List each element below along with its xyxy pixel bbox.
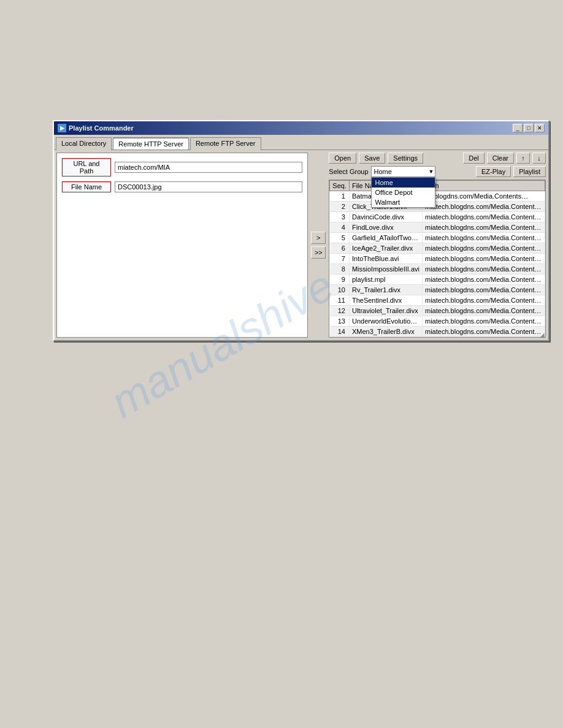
ez-play-button[interactable]: EZ-Play: [476, 166, 511, 177]
cell-filename: TheSentinel.divx: [349, 295, 422, 306]
playlist-button[interactable]: Playlist: [513, 166, 546, 177]
cell-filename: UnderworldEvolutio…: [349, 316, 422, 327]
table-row[interactable]: 5 Garfield_ATailofTwo… miatech.blogdns.c…: [330, 233, 545, 243]
del-button[interactable]: Del: [463, 153, 484, 164]
table-body: 1 Batman.divx ch.blogdns.com/Media.Conte…: [330, 191, 545, 337]
select-group-row: Select Group Home ▼ Home Office Depot Wa…: [329, 166, 546, 177]
cell-seq: 14: [330, 327, 350, 337]
open-button[interactable]: Open: [329, 153, 356, 164]
cell-seq: 4: [330, 222, 350, 233]
playlist-table: Seq. File Name Path 1 Batman.divx ch.blo…: [329, 180, 545, 337]
add-single-button[interactable]: >: [311, 232, 326, 244]
playlist-table-wrapper: Seq. File Name Path 1 Batman.divx ch.blo…: [329, 180, 546, 338]
table-row[interactable]: 14 XMen3_TrailerB.divx miatech.blogdns.c…: [330, 327, 545, 337]
cell-filename: playlist.mpl: [349, 275, 422, 285]
col-path: Path: [423, 181, 545, 191]
right-panel: Open Save Settings Del Clear ↑ ↓ Select …: [329, 153, 546, 338]
tab-local-directory[interactable]: Local Directory: [56, 137, 112, 150]
cell-filename: FindLove.divx: [349, 222, 422, 233]
main-window: ▶ Playlist Commander _ □ ✕ Local Directo…: [53, 120, 550, 341]
cell-path: miatech.blogdns.com/Media.Contents…: [423, 202, 545, 212]
cell-path: miatech.blogdns.com/Media.Contents…: [423, 295, 545, 306]
dropdown-item-home[interactable]: Home: [372, 178, 435, 188]
cell-filename: IntoTheBlue.avi: [349, 254, 422, 264]
cell-path: miatech.blogdns.com/Media.Contents…: [423, 285, 545, 295]
cell-filename: MissioImpossibleIII.avi: [349, 264, 422, 275]
cell-seq: 11: [330, 295, 350, 306]
dropdown-item-office-depot[interactable]: Office Depot: [372, 188, 435, 197]
cell-path: miatech.blogdns.com/Media.Contents…: [423, 254, 545, 264]
minimize-button[interactable]: _: [513, 124, 523, 132]
cell-seq: 8: [330, 264, 350, 275]
cell-seq: 2: [330, 202, 350, 212]
table-row[interactable]: 13 UnderworldEvolutio… miatech.blogdns.c…: [330, 316, 545, 327]
up-button[interactable]: ↑: [516, 153, 530, 164]
cell-filename: Ultraviolet_Trailer.divx: [349, 306, 422, 316]
cell-path: miatech.blogdns.com/Media.Contents…: [423, 233, 545, 243]
cell-filename: IceAge2_Trailer.divx: [349, 243, 422, 254]
maximize-button[interactable]: □: [524, 124, 534, 132]
cell-seq: 13: [330, 316, 350, 327]
table-row[interactable]: 12 Ultraviolet_Trailer.divx miatech.blog…: [330, 306, 545, 316]
select-group-dropdown: Home Office Depot Walmart: [371, 177, 435, 208]
cell-seq: 10: [330, 285, 350, 295]
cell-path: miatech.blogdns.com/Media.Contents…: [423, 222, 545, 233]
settings-button[interactable]: Settings: [388, 153, 423, 164]
cell-seq: 12: [330, 306, 350, 316]
main-content: URL and Path File Name > >> Open Save Se…: [54, 150, 548, 340]
url-path-label: URL and Path: [62, 158, 111, 176]
url-path-row: URL and Path: [62, 158, 302, 176]
dropdown-item-walmart[interactable]: Walmart: [372, 197, 435, 207]
table-row[interactable]: 1 Batman.divx ch.blogdns.com/Media.Conte…: [330, 191, 545, 202]
table-row[interactable]: 11 TheSentinel.divx miatech.blogdns.com/…: [330, 295, 545, 306]
titlebar-title: ▶ Playlist Commander: [58, 124, 134, 132]
cell-path: ch.blogdns.com/Media.Contents…: [423, 191, 545, 202]
save-button[interactable]: Save: [359, 153, 385, 164]
file-name-row: File Name: [62, 181, 302, 192]
app-icon: ▶: [58, 124, 66, 132]
cell-seq: 9: [330, 275, 350, 285]
tab-remote-ftp[interactable]: Remote FTP Server: [190, 137, 261, 150]
cell-path: miatech.blogdns.com/Media.Contents…: [423, 243, 545, 254]
table-row[interactable]: 9 playlist.mpl miatech.blogdns.com/Media…: [330, 275, 545, 285]
select-group-display[interactable]: Home: [371, 166, 435, 177]
close-button[interactable]: ✕: [535, 124, 545, 132]
cell-filename: XMen3_TrailerB.divx: [349, 327, 422, 337]
tab-bar: Local Directory Remote HTTP Server Remot…: [54, 135, 548, 150]
select-group-label: Select Group: [329, 168, 368, 175]
cell-path: miatech.blogdns.com/Media.Contents…: [423, 327, 545, 337]
app-title: Playlist Commander: [69, 124, 134, 132]
down-button[interactable]: ↓: [532, 153, 546, 164]
cell-path: miatech.blogdns.com/Media.Contents…: [423, 212, 545, 222]
cell-path: miatech.blogdns.com/Media.Contents…: [423, 306, 545, 316]
cell-path: miatech.blogdns.com/Media.Contents…: [423, 264, 545, 275]
cell-seq: 6: [330, 243, 350, 254]
cell-filename: DavinciCode.divx: [349, 212, 422, 222]
titlebar-controls: _ □ ✕: [513, 124, 545, 132]
file-name-input[interactable]: [115, 181, 302, 192]
url-path-input[interactable]: [115, 162, 302, 173]
left-panel: URL and Path File Name > >>: [56, 153, 308, 338]
cell-seq: 1: [330, 191, 350, 202]
table-row[interactable]: 2 Click_Trailer1.divx miatech.blogdns.co…: [330, 202, 545, 212]
titlebar: ▶ Playlist Commander _ □ ✕: [54, 121, 548, 135]
top-toolbar: Open Save Settings Del Clear ↑ ↓: [329, 153, 546, 164]
table-row[interactable]: 3 DavinciCode.divx miatech.blogdns.com/M…: [330, 212, 545, 222]
table-row[interactable]: 6 IceAge2_Trailer.divx miatech.blogdns.c…: [330, 243, 545, 254]
table-row[interactable]: 7 IntoTheBlue.avi miatech.blogdns.com/Me…: [330, 254, 545, 264]
resize-handle[interactable]: ◢: [540, 332, 547, 339]
cell-filename: Rv_Trailer1.divx: [349, 285, 422, 295]
cell-seq: 5: [330, 233, 350, 243]
cell-seq: 3: [330, 212, 350, 222]
table-row[interactable]: 10 Rv_Trailer1.divx miatech.blogdns.com/…: [330, 285, 545, 295]
cell-seq: 7: [330, 254, 350, 264]
clear-button[interactable]: Clear: [487, 153, 514, 164]
table-row[interactable]: 4 FindLove.divx miatech.blogdns.com/Medi…: [330, 222, 545, 233]
tab-remote-http[interactable]: Remote HTTP Server: [113, 137, 189, 150]
table-row[interactable]: 8 MissioImpossibleIII.avi miatech.blogdn…: [330, 264, 545, 275]
file-name-label: File Name: [62, 181, 111, 192]
cell-path: miatech.blogdns.com/Media.Contents…: [423, 316, 545, 327]
cell-filename: Garfield_ATailofTwo…: [349, 233, 422, 243]
add-all-button[interactable]: >>: [311, 246, 326, 259]
cell-path: miatech.blogdns.com/Media.Contents…: [423, 275, 545, 285]
